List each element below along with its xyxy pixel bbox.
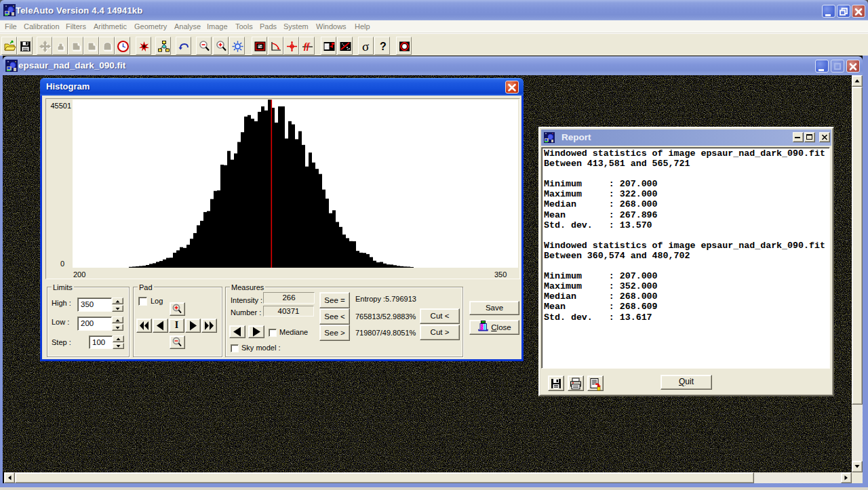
- svg-text:?: ?: [380, 41, 387, 52]
- svg-text:σ: σ: [362, 40, 369, 53]
- svg-text:ff: ff: [304, 41, 311, 51]
